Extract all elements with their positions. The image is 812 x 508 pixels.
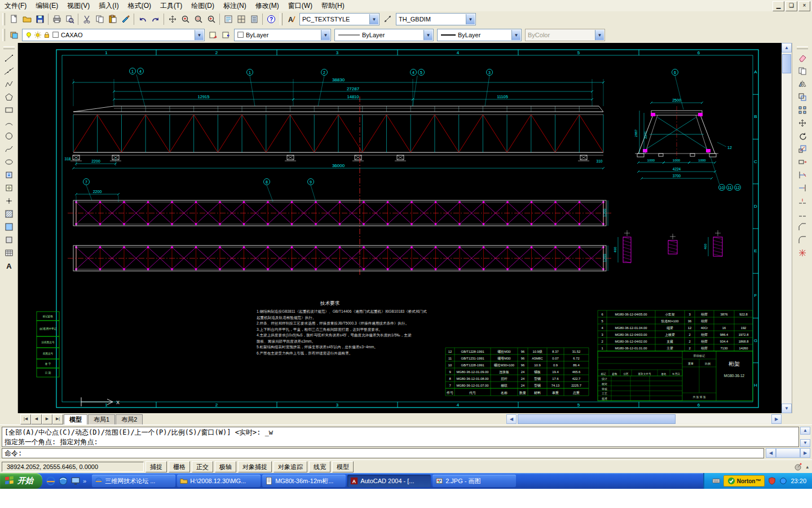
mirror-icon[interactable] <box>796 77 809 90</box>
arc-icon[interactable] <box>2 116 15 129</box>
chevron-down-icon[interactable]: ▼ <box>195 30 204 40</box>
taskbar-task-1[interactable]: H:\2008.12.30\MG... <box>177 475 261 487</box>
close-button[interactable]: × <box>798 1 810 11</box>
status-tray-arrow-icon[interactable]: ▴ <box>806 464 809 470</box>
layer-combo[interactable]: CAXAO ▼ <box>22 29 205 41</box>
toolbar-grip[interactable] <box>3 46 15 49</box>
tray-shield-icon[interactable] <box>768 477 776 485</box>
restore-button[interactable]: ❏ <box>785 1 797 11</box>
scroll-down-icon[interactable]: ▼ <box>800 439 810 447</box>
command-mini-scrollbar[interactable]: ◀ ▶ <box>766 448 810 458</box>
lineweight-combo[interactable]: ByLayer ▼ <box>437 29 522 41</box>
fillet-icon[interactable] <box>796 233 809 246</box>
break-icon[interactable] <box>796 207 809 220</box>
status-toggle-0[interactable]: 捕捉 <box>145 461 167 472</box>
mtext-icon[interactable]: A <box>2 259 15 272</box>
media-player-icon[interactable] <box>58 476 68 486</box>
section-view[interactable]: 2500288722711000100010004224370061210111… <box>634 69 741 191</box>
tab-layout2[interactable]: 布局2 <box>116 414 143 424</box>
zoom-rt-icon[interactable] <box>179 13 192 26</box>
make-block-icon[interactable] <box>2 181 15 194</box>
copy-icon[interactable] <box>93 13 106 26</box>
status-toggle-7[interactable]: 模型 <box>332 461 354 472</box>
scroll-up-icon[interactable]: ▲ <box>782 43 792 52</box>
menu-item-1[interactable]: 编辑(E) <box>31 0 63 12</box>
technical-notes[interactable]: 技术要求1.钢结构制造按GB3811《起重机设计规范》、GB/T14406《通用… <box>257 300 427 356</box>
detail-views[interactable]: 460460 <box>614 230 722 263</box>
parts-table[interactable]: 6MG80-36-12-04/05.00小车架3组焊3876922.85轨道80… <box>598 310 753 351</box>
line-icon[interactable] <box>2 51 15 64</box>
scroll-left-icon[interactable]: ◀ <box>766 448 776 458</box>
props-icon[interactable] <box>222 13 235 26</box>
margin-blocks[interactable]: 标记处数借(通)用件登记旧底图总号底图总号签 字日 期 <box>37 312 59 377</box>
region-icon[interactable] <box>2 233 15 246</box>
extend-icon[interactable] <box>796 181 809 194</box>
toolbar-grip[interactable] <box>2 13 5 25</box>
zoom-prev-icon[interactable] <box>205 13 218 26</box>
layer-lock-icon[interactable] <box>43 31 51 39</box>
status-toggle-2[interactable]: 正交 <box>192 461 213 472</box>
status-toggle-6[interactable]: 线宽 <box>309 461 330 472</box>
chevron-down-icon[interactable]: ▼ <box>369 14 378 24</box>
horizontal-scrollbar[interactable]: ◀ ▶ <box>506 414 782 424</box>
scrollbar-track[interactable] <box>517 414 771 424</box>
next-tab-icon[interactable]: ▶ <box>42 414 52 424</box>
dim-style-combo[interactable]: TH_GBDIM ▼ <box>396 13 476 25</box>
communication-center-icon[interactable] <box>793 462 802 471</box>
menu-item-8[interactable]: 修改(M) <box>251 0 284 12</box>
status-toggle-5[interactable]: 对象追踪 <box>273 461 307 472</box>
undo-icon[interactable] <box>136 13 149 26</box>
plan-view[interactable]: 220078912001200 <box>68 179 611 271</box>
new-icon[interactable] <box>7 13 20 26</box>
scroll-up-icon[interactable]: ▲ <box>800 427 810 435</box>
scrollbar-thumb[interactable] <box>518 414 676 424</box>
menu-item-0[interactable]: 文件(F) <box>0 0 31 12</box>
standards-table[interactable]: 12GB/T1228-1991螺栓M309610.9级8.3731.5211GB… <box>445 348 589 396</box>
open-icon[interactable] <box>20 13 33 26</box>
menu-item-6[interactable]: 绘图(D) <box>187 0 219 12</box>
scroll-right-icon[interactable]: ▶ <box>800 448 810 458</box>
palettes-icon[interactable] <box>248 13 261 26</box>
trim-icon[interactable] <box>796 168 809 181</box>
show-desktop-icon[interactable] <box>70 476 81 486</box>
taskbar-task-2[interactable]: MG80t-36m-12m桁... <box>262 475 346 487</box>
copy-icon[interactable] <box>796 64 809 77</box>
toolbar-grip[interactable] <box>797 46 808 49</box>
gradient-icon[interactable] <box>2 220 15 233</box>
hatch-icon[interactable] <box>2 207 15 220</box>
taskbar-task-0[interactable]: 三维网技术论坛 ... <box>92 475 175 487</box>
rect-icon[interactable] <box>2 103 15 116</box>
spline-icon[interactable] <box>2 142 15 155</box>
last-tab-icon[interactable]: ▶| <box>52 414 63 424</box>
chevron-down-icon[interactable]: ▼ <box>511 30 520 40</box>
scale-icon[interactable] <box>796 142 809 155</box>
toolbar-grip[interactable] <box>2 29 5 41</box>
menu-item-5[interactable]: 工具(T) <box>156 0 187 12</box>
chamfer-icon[interactable] <box>796 220 809 233</box>
explode-icon[interactable] <box>796 246 809 259</box>
cut-icon[interactable] <box>80 13 93 26</box>
menu-item-4[interactable]: 格式(O) <box>123 0 156 12</box>
layer-previous-icon[interactable] <box>219 29 232 42</box>
zoom-win-icon[interactable] <box>192 13 205 26</box>
scroll-down-icon[interactable]: ▼ <box>782 404 792 413</box>
menu-item-7[interactable]: 标注(N) <box>219 0 251 12</box>
point-icon[interactable] <box>2 194 15 207</box>
elevation-view[interactable]: 3883027287129151481011105220036000318310… <box>65 68 604 276</box>
linetype-combo[interactable]: ByLayer ▼ <box>334 29 434 41</box>
start-button[interactable]: 开始 <box>0 473 42 489</box>
scroll-right-icon[interactable]: ▶ <box>771 414 782 424</box>
tab-layout1[interactable]: 布局1 <box>88 414 115 424</box>
paste-icon[interactable] <box>106 13 119 26</box>
tray-ball-icon[interactable] <box>779 477 787 485</box>
chevron-down-icon[interactable]: ▼ <box>423 30 433 40</box>
menu-item-2[interactable]: 视图(V) <box>63 0 94 12</box>
layer-properties-icon[interactable] <box>7 29 20 42</box>
menu-item-9[interactable]: 窗口(W) <box>284 0 317 12</box>
rotate-icon[interactable] <box>796 129 809 142</box>
ie-icon[interactable] <box>46 476 56 486</box>
title-block[interactable]: 标记处数分区更改文件号签名年月日设计校对审核工艺批准阶段标记重量比例共 张 第 … <box>598 351 753 401</box>
stretch-icon[interactable] <box>796 155 809 168</box>
color-combo[interactable]: ByLayer ▼ <box>234 29 331 41</box>
menu-item-10[interactable]: 帮助(H) <box>317 0 349 12</box>
